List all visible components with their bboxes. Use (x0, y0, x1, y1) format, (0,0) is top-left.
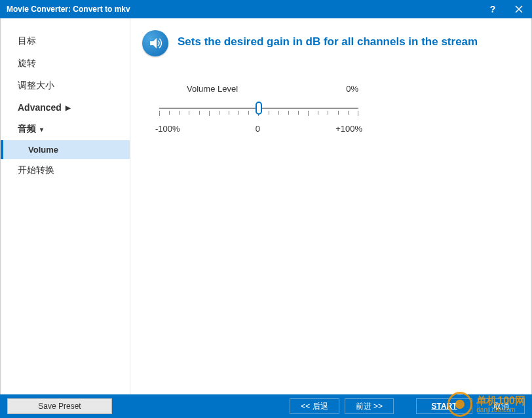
volume-icon (142, 30, 168, 56)
back-button[interactable]: << 后退 (290, 398, 339, 414)
content-panel: Sets the desired gain in dB for all chan… (130, 18, 531, 394)
chevron-right-icon: ▶ (66, 104, 71, 111)
sidebar-item-start-convert[interactable]: 开始转换 (1, 159, 130, 181)
sidebar-item-rotate[interactable]: 旋转 (1, 52, 130, 75)
close-icon (515, 5, 523, 13)
slider-max-label: +100% (335, 124, 362, 134)
volume-slider[interactable] (159, 99, 358, 117)
sidebar-item-advanced[interactable]: Advanced ▶ (1, 97, 130, 118)
slider-name-label: Volume Level (187, 84, 238, 94)
main-area: 目标 旋转 调整大小 Advanced ▶ 音频 ▾ Volume 开始转换 S… (0, 18, 532, 394)
slider-thumb[interactable] (256, 102, 262, 115)
slider-min-label: -100% (155, 124, 180, 134)
chevron-down-icon: ▾ (40, 126, 43, 133)
sidebar-item-resize[interactable]: 调整大小 (1, 75, 130, 97)
slider-center-label: 0 (256, 124, 260, 134)
save-preset-button[interactable]: Save Preset (7, 398, 112, 414)
forward-button[interactable]: 前进 >> (345, 398, 394, 414)
cancel-button[interactable]: 取消 (478, 398, 525, 414)
panel-description: Sets the desired gain in dB for all chan… (178, 30, 478, 48)
sidebar-item-audio[interactable]: 音频 ▾ (1, 118, 130, 140)
volume-slider-block: Volume Level 0% -100% 0 +100% (154, 84, 364, 134)
footer-bar: Save Preset << 后退 前进 >> START 取消 (0, 394, 532, 418)
close-button[interactable] (506, 0, 532, 18)
start-button[interactable]: START (416, 398, 472, 414)
sidebar: 目标 旋转 调整大小 Advanced ▶ 音频 ▾ Volume 开始转换 (1, 18, 130, 394)
sidebar-item-target[interactable]: 目标 (1, 30, 130, 52)
slider-value-label: 0% (346, 84, 358, 94)
titlebar: Movie Converter: Convert to mkv ? (0, 0, 532, 18)
help-button[interactable]: ? (480, 0, 506, 18)
window-title: Movie Converter: Convert to mkv (7, 5, 480, 14)
sidebar-subitem-volume[interactable]: Volume (1, 140, 130, 159)
